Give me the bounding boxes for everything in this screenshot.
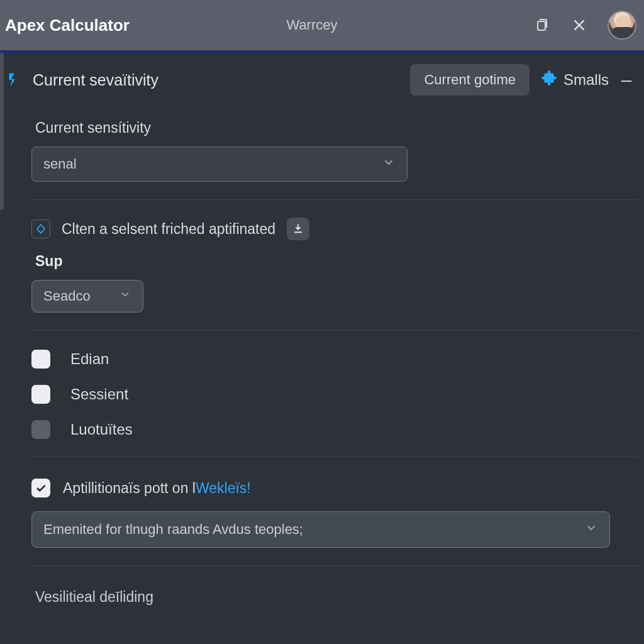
svg-rect-0	[538, 21, 545, 30]
chevron-down-icon	[119, 288, 131, 304]
checkbox-edian[interactable]	[31, 350, 50, 369]
close-icon[interactable]	[570, 16, 589, 35]
divider	[31, 199, 638, 200]
collapse-icon[interactable]: –	[620, 69, 633, 91]
section-title: Current sevaïtivity	[33, 71, 402, 89]
divider	[31, 565, 638, 566]
download-button[interactable]	[287, 218, 309, 240]
inline-note-text: Clten a selsent friched aptifinated	[62, 221, 275, 238]
checkbox-label: Sessient	[70, 386, 128, 403]
check-row-luotuites: Luotuïtes	[31, 420, 635, 439]
puzzle-icon	[541, 70, 557, 90]
sup-select[interactable]: Seadco	[31, 280, 143, 313]
checkbox-luotuites[interactable]	[31, 420, 50, 439]
check-row-sessient: Sessient	[31, 385, 635, 404]
checkbox-label: Luotuïtes	[70, 421, 133, 438]
special-text: Aptillitionaïs pott on l Wekleïs!	[63, 480, 251, 497]
checkbox-label: Edian	[70, 350, 109, 368]
avatar[interactable]	[608, 11, 636, 40]
window-subtitle: Warrcey	[92, 17, 532, 33]
sensitivity-select[interactable]: senal	[31, 147, 408, 182]
sensitivity-label: Current sensítivity	[35, 119, 635, 136]
left-rail-indicator	[0, 53, 4, 210]
checkbox-special[interactable]	[31, 479, 50, 497]
inline-note-row: Clten a selsent friched aptifinated	[31, 218, 635, 240]
diamond-icon	[31, 219, 50, 238]
smalls-label: Smalls	[564, 71, 609, 89]
window-restore-icon[interactable]	[532, 16, 551, 35]
long-select[interactable]: Emenited for tlnugh raands Avdus teoples…	[31, 511, 610, 548]
bottom-section-label: Vesilitieal deīliding	[35, 589, 635, 606]
content-area: Current sensítivity senal Clten a selsen…	[0, 119, 644, 606]
titlebar-actions	[532, 11, 636, 40]
special-row: Aptillitionaïs pott on l Wekleïs!	[31, 479, 635, 497]
divider	[31, 330, 638, 331]
long-select-value: Emenited for tlnugh raands Avdus teoples…	[43, 521, 303, 538]
chevron-down-icon	[382, 155, 396, 173]
special-text-highlight: Wekleïs!	[196, 480, 251, 497]
sensitivity-value: senal	[43, 156, 77, 172]
current-gotime-button[interactable]: Current gotime	[410, 64, 530, 96]
sup-label: Sup	[35, 253, 635, 270]
sup-value: Seadco	[43, 288, 91, 304]
chevron-down-icon	[584, 521, 598, 538]
smalls-link[interactable]: Smalls	[537, 70, 613, 90]
special-text-a: Aptillitionaïs pott on l	[63, 480, 196, 497]
checkbox-sessient[interactable]	[31, 385, 50, 404]
toolbar: Current sevaïtivity Current gotime Small…	[0, 53, 644, 107]
section-icon	[6, 70, 25, 89]
titlebar: Apex Calculator Warrcey	[0, 0, 644, 50]
check-row-edian: Edian	[31, 350, 635, 369]
divider	[31, 457, 638, 457]
